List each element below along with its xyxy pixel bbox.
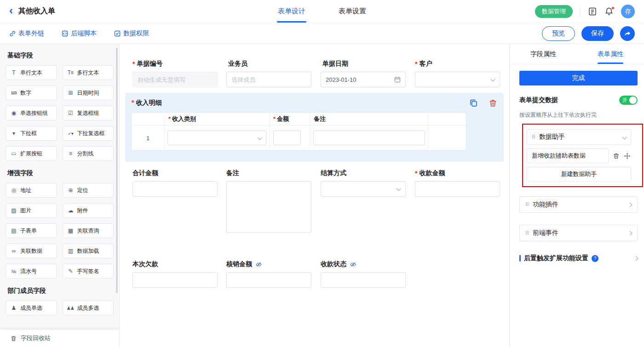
field-customer[interactable]: *客户	[415, 60, 500, 87]
sidebar-item-member-multi[interactable]: ♟♟成员多选	[63, 301, 114, 315]
tab-form-settings[interactable]: 表单设置	[337, 0, 368, 23]
sidebar-item-address[interactable]: ◎地址	[6, 183, 57, 198]
field-salesman[interactable]: 业务员	[226, 60, 311, 87]
remark-input[interactable]	[313, 131, 425, 145]
drag-handle-icon[interactable]: ⠿	[532, 134, 535, 140]
tab-form-design[interactable]: 表单设计	[276, 0, 307, 23]
bill-date-input[interactable]	[326, 76, 394, 83]
sidebar-item-number[interactable]: 123数字	[6, 85, 57, 100]
sidebar-item-subform[interactable]: ▤子表单	[6, 223, 57, 238]
sidebar-item-datetime[interactable]: ⊞日期时间	[63, 85, 114, 100]
panel-body: 完成 表单提交数据 开 按设置顺序从上往下依次执行完 ⠿ 数据助手	[510, 64, 644, 347]
field-bill-date[interactable]: 单据日期	[321, 60, 406, 87]
field-remark[interactable]: 备注	[226, 169, 311, 234]
field-receipt-status[interactable]: 收款状态	[321, 260, 406, 288]
document-icon[interactable]	[588, 7, 597, 16]
done-button[interactable]: 完成	[519, 71, 638, 85]
signature-icon: ✎	[67, 268, 75, 274]
receipt-status-input[interactable]	[326, 277, 401, 284]
top-bar: ‹ 其他收入单 表单设计 表单设置 数据管理 存	[0, 0, 644, 23]
sidebar-item-multi-select[interactable]: ✓▾下拉复选框	[63, 126, 114, 141]
field-bill-no[interactable]: *单据编号	[132, 60, 218, 87]
data-manage-button[interactable]: 数据管理	[535, 5, 573, 18]
sidebar-item-divider[interactable]: ≡分割线	[63, 146, 114, 161]
data-permission-label: 数据权限	[123, 29, 149, 38]
sidebar-item-radio-group[interactable]: ◉单选按钮组	[6, 106, 57, 120]
sidebar-item-select[interactable]: ▾下拉框	[6, 126, 57, 141]
post-trigger-settings-row[interactable]: 后置触发扩展功能设置 ?	[519, 254, 638, 262]
copy-icon[interactable]	[469, 99, 478, 109]
income-type-select[interactable]	[167, 131, 266, 145]
sidebar-item-location[interactable]: ⊕定位	[63, 183, 114, 198]
sidebar-item-image[interactable]: ▨图片	[6, 203, 57, 218]
sidebar-item-checkbox-group[interactable]: ☑复选框组	[63, 106, 114, 120]
data-permission-link[interactable]: 数据权限	[114, 29, 149, 38]
new-data-assistant-button[interactable]: 新建数据助手	[527, 167, 631, 182]
data-assistant-item[interactable]: 新增收款辅助表数据	[527, 148, 609, 163]
back-icon[interactable]: ‹	[9, 5, 13, 16]
function-plugin-row[interactable]: ⠿ 功能插件	[519, 196, 638, 213]
writeoff-amount-input[interactable]	[231, 277, 306, 284]
help-icon[interactable]: ?	[592, 255, 598, 262]
sidebar-item-multi-line-text[interactable]: T≡多行文本	[63, 65, 114, 80]
move-assistant-icon[interactable]	[624, 153, 631, 159]
remark-textarea[interactable]	[226, 181, 311, 233]
required-asterisk: *	[415, 60, 417, 68]
tab-field-properties[interactable]: 字段属性	[510, 44, 577, 64]
sidebar-item-member-single[interactable]: ♟成员单选	[6, 301, 57, 315]
sidebar-item-extend-button[interactable]: ▭扩展按钮	[6, 146, 57, 161]
vertical-divider	[580, 7, 581, 16]
sidebar-item-serial-number[interactable]: №流水号	[6, 264, 57, 279]
delete-assistant-icon[interactable]	[613, 153, 620, 159]
frontend-event-row[interactable]: ⠿ 前端事件	[519, 225, 638, 241]
sidebar-item-linked-query[interactable]: ▦关联查询	[63, 223, 114, 238]
receipt-amount-input[interactable]	[420, 186, 495, 193]
tab-form-properties[interactable]: 表单属性	[577, 44, 644, 64]
sidebar-item-signature[interactable]: ✎手写签名	[63, 264, 114, 279]
field-label-text: 单据编号	[137, 60, 162, 68]
bill-no-input[interactable]	[138, 76, 213, 83]
sidebar-item-attachment[interactable]: ☁附件	[63, 203, 114, 218]
salesman-input[interactable]	[231, 76, 306, 83]
sidebar-item-label: 关联数据	[20, 247, 42, 255]
eye-off-icon	[350, 261, 356, 268]
field-current-debt[interactable]: 本次欠款	[132, 260, 218, 288]
submit-data-toggle[interactable]: 开	[619, 96, 638, 105]
settlement-method-select[interactable]	[321, 181, 406, 197]
field-receipt-amount[interactable]: *收款金额	[415, 169, 500, 197]
form-external-link[interactable]: 表单外链	[9, 29, 44, 38]
data-assistant-header[interactable]: ⠿ 数据助手	[527, 129, 631, 145]
sidebar-item-single-line-text[interactable]: T单行文本	[6, 65, 57, 80]
total-amount-input[interactable]	[138, 186, 213, 193]
amount-input[interactable]	[273, 131, 301, 145]
field-total-amount[interactable]: 合计金额	[132, 169, 218, 197]
field-settlement-method[interactable]: 结算方式	[321, 169, 406, 197]
dropdown-check-icon: ✓▾	[67, 131, 75, 136]
backend-script-link[interactable]: 后端脚本	[62, 29, 97, 38]
field-recycle-bin[interactable]: 字段回收站	[0, 330, 120, 347]
sidebar-item-data-load[interactable]: ▥数据加载	[63, 244, 114, 258]
member-single-icon: ♟	[10, 305, 17, 311]
bell-icon[interactable]	[604, 7, 614, 16]
field-writeoff-amount[interactable]: 核销金额	[226, 260, 311, 288]
chevron-right-icon	[634, 256, 638, 261]
sidebar-item-label: 子表单	[20, 227, 37, 235]
drag-handle-icon[interactable]: ⠿	[525, 230, 529, 236]
radio-icon: ◉	[10, 110, 17, 116]
sidebar-item-label: 日期时间	[77, 89, 99, 97]
avatar[interactable]: 存	[621, 5, 635, 18]
required-asterisk: *	[132, 99, 134, 107]
receipt-amount-input-wrap	[415, 181, 500, 197]
sidebar-scrollbar[interactable]	[116, 48, 118, 293]
sidebar-item-linked-data[interactable]: ∞关联数据	[6, 244, 57, 258]
data-assistant-title: 数据助手	[539, 133, 565, 141]
preview-button[interactable]: 预览	[542, 26, 575, 41]
customer-select[interactable]	[415, 72, 500, 87]
drag-handle-icon[interactable]: ⠿	[525, 202, 529, 208]
current-debt-input[interactable]	[138, 277, 213, 284]
column-label: 收入类别	[172, 115, 196, 123]
subform-income-detail[interactable]: *收入明细 *收入类别 *金额 备注 1	[125, 93, 504, 162]
save-button[interactable]: 保存	[581, 26, 614, 41]
share-button[interactable]	[620, 26, 635, 41]
trash-icon[interactable]	[489, 99, 497, 109]
